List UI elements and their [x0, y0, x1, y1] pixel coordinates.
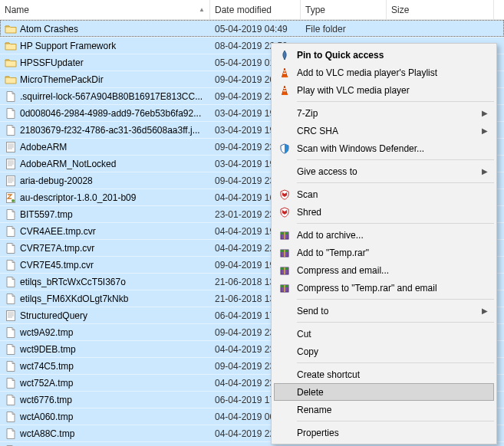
- menu-mcafee-shred[interactable]: Shred: [274, 203, 494, 221]
- file-icon: [5, 124, 17, 136]
- menu-crc-sha[interactable]: CRC SHA ▶: [274, 122, 494, 139]
- svg-rect-23: [284, 71, 286, 71]
- menu-separator: [297, 362, 494, 363]
- menu-label: 7-Zip: [297, 108, 318, 119]
- winrar-icon: [278, 281, 292, 295]
- file-name-cell: etilqs_FM6XKdOLgt7kNkb: [0, 293, 210, 305]
- file-name-text: wct9DEB.tmp: [20, 344, 76, 355]
- file-icon: [5, 343, 17, 356]
- menu-label: Add to archive...: [297, 230, 364, 241]
- menu-separator: [297, 299, 494, 300]
- svg-rect-24: [283, 73, 286, 74]
- svg-rect-22: [282, 76, 288, 77]
- file-icon: [5, 360, 17, 372]
- menu-give-access-to[interactable]: Give access to ▶: [274, 162, 494, 180]
- chevron-right-icon: ▶: [482, 307, 488, 315]
- menu-separator: [297, 421, 494, 421]
- file-name-cell: AdobeARM: [0, 141, 210, 153]
- text-icon: [5, 175, 17, 187]
- file-name-text: 21803679-f232-4786-ac31-36d5608aa3ff.j..…: [20, 125, 200, 136]
- file-date-cell: 05-04-2019 04:49: [210, 24, 301, 34]
- menu-cut[interactable]: Cut: [274, 325, 494, 343]
- column-header-date[interactable]: Date modified: [210, 0, 301, 19]
- column-header-size[interactable]: Size: [387, 0, 494, 19]
- file-name-text: wct6776.tmp: [20, 395, 72, 405]
- menu-add-to-archive[interactable]: Add to archive...: [274, 226, 494, 244]
- menu-separator: [297, 101, 494, 102]
- menu-label: Delete: [297, 387, 324, 398]
- file-name-cell: HP Support Framework: [0, 40, 210, 52]
- file-name-text: etilqs_FM6XKdOLgt7kNkb: [20, 294, 128, 304]
- menu-separator: [297, 223, 494, 224]
- file-name-cell: HPSSFUpdater: [0, 57, 210, 69]
- file-type-cell: File folder: [301, 24, 387, 34]
- file-name-text: wct74C5.tmp: [20, 361, 74, 372]
- file-name-text: CVR7E7A.tmp.cvr: [20, 243, 94, 254]
- menu-label: CRC SHA: [297, 126, 338, 136]
- file-name-cell: etilqs_bRTcWxCcT5I367o: [0, 276, 210, 288]
- column-header-name[interactable]: Name▲: [0, 0, 210, 19]
- file-name-text: Atom Crashes: [20, 24, 78, 34]
- menu-7zip[interactable]: 7-Zip ▶: [274, 104, 494, 122]
- file-icon: [5, 225, 17, 238]
- menu-label: Pin to Quick access: [297, 50, 384, 61]
- text-icon: [5, 310, 17, 322]
- svg-rect-25: [282, 93, 288, 95]
- menu-mcafee-scan[interactable]: Scan: [274, 185, 494, 203]
- menu-separator: [297, 182, 494, 183]
- file-name-text: BIT5597.tmp: [20, 209, 73, 220]
- file-icon: [5, 411, 17, 423]
- column-header-type[interactable]: Type: [301, 0, 387, 19]
- menu-label: Cut: [297, 329, 311, 339]
- winrar-icon: [278, 246, 292, 260]
- file-name-cell: CVR4AEE.tmp.cvr: [0, 225, 210, 238]
- menu-scan-defender[interactable]: Scan with Windows Defender...: [274, 139, 494, 157]
- file-name-text: etilqs_bRTcWxCcT5I367o: [20, 277, 126, 287]
- menu-add-to-temp-rar[interactable]: Add to "Temp.rar": [274, 244, 494, 261]
- file-name-cell: wct74C5.tmp: [0, 360, 210, 372]
- menu-label: Create shortcut: [297, 369, 360, 380]
- menu-properties[interactable]: Properties: [274, 424, 494, 441]
- menu-rename[interactable]: Rename: [274, 401, 494, 418]
- menu-label: Add to "Temp.rar": [297, 248, 369, 258]
- file-name-text: wctA060.tmp: [20, 412, 73, 422]
- menu-send-to[interactable]: Send to ▶: [274, 302, 494, 320]
- column-header-row: Name▲ Date modified Type Size: [0, 0, 504, 20]
- file-name-text: aria-debug-20028: [20, 175, 93, 186]
- menu-pin-to-quick-access[interactable]: Pin to Quick access: [274, 46, 494, 64]
- menu-vlc-play[interactable]: Play with VLC media player: [274, 81, 494, 99]
- table-row[interactable]: Atom Crashes05-04-2019 04:49File folder: [0, 20, 504, 37]
- file-icon: [5, 90, 17, 103]
- file-name-cell: wctA060.tmp: [0, 411, 210, 423]
- file-name-text: AdobeARM: [20, 142, 67, 152]
- file-icon: [5, 107, 17, 120]
- file-name-text: CVR7E45.tmp.cvr: [20, 260, 94, 271]
- file-name-cell: 21803679-f232-4786-ac31-36d5608aa3ff.j..…: [0, 124, 210, 136]
- file-name-text: MicroThemePackDir: [20, 74, 104, 85]
- chevron-right-icon: ▶: [482, 126, 488, 135]
- vlc-icon: [278, 84, 292, 97]
- file-name-text: au-descriptor-1.8.0_201-b09: [20, 192, 136, 203]
- file-name-cell: .squirrel-lock-567A904B80B16917E813CC...: [0, 90, 210, 103]
- defender-shield-icon: [278, 142, 292, 156]
- text-icon: [5, 158, 17, 170]
- menu-copy[interactable]: Copy: [274, 343, 494, 360]
- file-name-text: wctA88C.tmp: [20, 428, 74, 439]
- menu-label: Copy: [297, 346, 318, 357]
- menu-separator: [297, 322, 494, 323]
- svg-rect-33: [284, 250, 285, 257]
- menu-compress-and-email[interactable]: Compress and email...: [274, 261, 494, 279]
- menu-compress-temp-and-email[interactable]: Compress to "Temp.rar" and email: [274, 279, 494, 297]
- menu-delete[interactable]: Delete: [274, 383, 494, 401]
- file-name-cell: Atom Crashes: [0, 23, 210, 35]
- menu-vlc-add-playlist[interactable]: Add to VLC media player's Playlist: [274, 64, 494, 81]
- chevron-right-icon: ▶: [482, 109, 488, 117]
- file-icon: [5, 276, 17, 288]
- file-name-cell: CVR7E45.tmp.cvr: [0, 259, 210, 271]
- svg-rect-36: [284, 267, 285, 274]
- file-name-text: AdobeARM_NotLocked: [20, 159, 116, 169]
- svg-rect-27: [283, 90, 286, 91]
- menu-create-shortcut[interactable]: Create shortcut: [274, 366, 494, 383]
- file-icon: [5, 259, 17, 271]
- svg-rect-26: [284, 88, 286, 89]
